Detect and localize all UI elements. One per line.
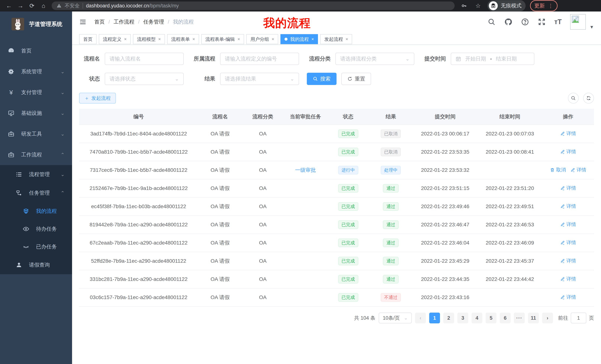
browser-home-icon[interactable]: ⌂ [39, 1, 48, 10]
close-icon[interactable]: × [158, 37, 161, 42]
goto-page-input[interactable]: 1 [571, 313, 586, 323]
sidebar-item-process-management[interactable]: 流程管理 ⌄ [0, 165, 72, 184]
close-icon[interactable]: × [345, 37, 348, 42]
close-icon[interactable]: × [237, 37, 240, 42]
process-name-input[interactable]: 请输入流程名 [105, 53, 184, 65]
sidebar-item-devtools[interactable]: 研发工具 ⌄ [0, 124, 72, 144]
show-search-toggle-button[interactable] [568, 93, 579, 104]
detail-action[interactable]: 详情 [560, 203, 576, 210]
tab-流程表单[interactable]: 流程表单× [167, 34, 199, 44]
tab-流程表单-编辑[interactable]: 流程表单-编辑× [201, 34, 244, 44]
sidebar-item-task-management[interactable]: 任务管理 ⌃ [0, 184, 72, 202]
page-size-select[interactable]: 10条/页 ⌄ [379, 313, 412, 323]
result-select[interactable]: 请选择流结果 ⌄ [220, 73, 299, 85]
create-process-button[interactable]: ＋ 发起流程 [79, 93, 116, 104]
help-icon[interactable] [521, 18, 529, 26]
process-id: 331bc281-7b9a-11ec-a290-acde48001122 [79, 270, 198, 288]
search-button[interactable]: 搜索 [307, 73, 337, 85]
sidebar-item-label: 已办任务 [36, 243, 57, 250]
page-button-5[interactable]: 5 [486, 313, 496, 323]
breadcrumb-workflow[interactable]: 工作流程 [114, 18, 134, 25]
browser-menu-dots-icon[interactable]: ⋮ [548, 3, 553, 9]
page-button-1[interactable]: 1 [429, 313, 440, 323]
yen-icon: ¥ [7, 89, 15, 96]
close-icon[interactable]: × [124, 37, 127, 42]
security-label[interactable]: 不安全 [65, 2, 80, 9]
sidebar-item-system[interactable]: 系统管理 ⌄ [0, 61, 72, 82]
sidebar-item-workflow[interactable]: 工作流程 ⌃ [0, 144, 72, 165]
next-page-button[interactable]: › [542, 313, 553, 323]
detail-action[interactable]: 详情 [560, 130, 576, 137]
date-range-picker[interactable]: 开始日期 - 结束日期 [451, 53, 534, 65]
tab-我的流程[interactable]: 我的流程× [280, 34, 318, 44]
sidebar-item-done-tasks[interactable]: 已办任务 [0, 238, 72, 256]
browser-update-button[interactable]: 更新 ⋮ [530, 0, 558, 11]
detail-action[interactable]: 详情 [570, 167, 586, 173]
close-icon[interactable]: × [311, 37, 314, 42]
refresh-table-button[interactable] [583, 93, 594, 104]
status-select[interactable]: 请选择状态 ⌄ [105, 73, 184, 85]
tab-流程模型[interactable]: 流程模型× [133, 34, 165, 44]
tab-发起流程[interactable]: 发起流程× [320, 34, 352, 44]
sidebar-item-payment[interactable]: ¥ 支付管理 ⌄ [0, 82, 72, 103]
detail-action[interactable]: 详情 [560, 185, 576, 191]
parent-process-input[interactable]: 请输入流程定义的编号 [220, 53, 299, 65]
page-button-3[interactable]: 3 [457, 313, 468, 323]
refresh-icon [347, 76, 352, 81]
breadcrumb-home[interactable]: 首页 [94, 18, 105, 25]
tab-流程定义[interactable]: 流程定义× [99, 34, 131, 44]
cancel-action[interactable]: 取消 [550, 167, 566, 173]
sidebar-item-leave-query[interactable]: 请假查询 [0, 256, 72, 274]
browser-forward-icon[interactable]: → [16, 1, 25, 10]
plus-icon: ＋ [84, 95, 89, 102]
browser-reload-icon[interactable]: ⟳ [27, 1, 37, 10]
sidebar-collapse-icon[interactable] [79, 18, 87, 26]
prev-page-button[interactable]: ‹ [415, 313, 426, 323]
github-icon[interactable] [504, 18, 512, 26]
fullscreen-icon[interactable] [538, 18, 546, 26]
submit-time: 2022-01-22 23:49:46 [413, 197, 478, 216]
page-button-11[interactable]: 11 [528, 313, 539, 323]
sidebar-item-home[interactable]: 首页 [0, 40, 72, 61]
robot-icon [22, 208, 30, 214]
sidebar-item-todo-tasks[interactable]: 待办任务 [0, 220, 72, 238]
detail-action[interactable]: 详情 [560, 221, 576, 228]
avatar-dropdown-caret-icon[interactable]: ▼ [590, 25, 594, 30]
more-pages-button[interactable]: ··· [514, 313, 525, 323]
address-bar[interactable]: 不安全 dashboard.yudao.iocoder.cn/bpm/task/… [52, 1, 455, 10]
close-icon[interactable]: × [192, 37, 195, 42]
close-icon[interactable]: × [271, 37, 274, 42]
category-select[interactable]: 请选择流程分类 ⌄ [335, 53, 414, 65]
browser-back-icon[interactable]: ← [4, 1, 14, 10]
url-text[interactable]: dashboard.yudao.iocoder.cn/bpm/task/my [86, 3, 179, 9]
detail-action[interactable]: 详情 [560, 276, 576, 282]
tab-用户分组[interactable]: 用户分组× [246, 34, 278, 44]
font-size-icon[interactable]: ᴛT [554, 18, 562, 26]
reset-button[interactable]: 重置 [341, 73, 371, 85]
detail-action[interactable]: 详情 [560, 294, 576, 300]
detail-action[interactable]: 详情 [560, 239, 576, 246]
bookmark-star-icon[interactable]: ☆ [473, 1, 483, 10]
current-task-link[interactable]: 一级审批 [295, 167, 316, 173]
page-button-2[interactable]: 2 [443, 313, 454, 323]
process-name: OA 请假 [198, 179, 242, 197]
tab-label: 流程表单-编辑 [205, 36, 235, 42]
action-label: 详情 [566, 276, 576, 282]
detail-action[interactable]: 详情 [560, 258, 576, 264]
detail-action[interactable]: 详情 [560, 148, 576, 155]
avatar[interactable] [570, 14, 586, 30]
password-key-icon[interactable] [459, 1, 469, 10]
actions-cell: 取消详情 [542, 161, 594, 179]
search-icon[interactable] [488, 18, 496, 26]
result-badge: 通过 [383, 275, 399, 284]
sidebar-item-infra[interactable]: 基础设施 ⌄ [0, 103, 72, 124]
tab-首页[interactable]: 首页 [79, 34, 97, 44]
result-badge: 已取消 [381, 148, 401, 156]
action-label: 详情 [566, 130, 576, 137]
page-button-6[interactable]: 6 [500, 313, 511, 323]
page-button-4[interactable]: 4 [471, 313, 482, 323]
process-name: OA 请假 [198, 270, 242, 288]
breadcrumb-task-management[interactable]: 任务管理 [143, 18, 164, 25]
action-label: 详情 [566, 148, 576, 155]
sidebar-item-my-process[interactable]: 我的流程 [0, 202, 72, 220]
